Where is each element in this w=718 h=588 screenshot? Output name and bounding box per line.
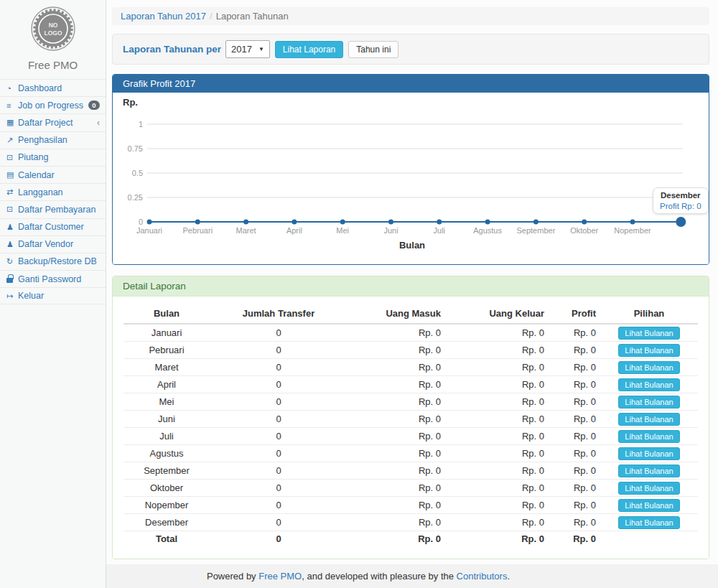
table-row: September0Rp. 0Rp. 0Rp. 0Lihat Bulanan: [123, 462, 698, 480]
lihat-bulanan-button[interactable]: Lihat Bulanan: [618, 430, 679, 443]
breadcrumb-link[interactable]: Laporan Tahun 2017: [121, 11, 206, 22]
year-select[interactable]: 2017 ▼: [225, 40, 270, 58]
column-header-pilihan: Pilihan: [600, 304, 698, 324]
footer-text: Powered by Free PMO, and developed with …: [106, 571, 610, 582]
sidebar-item-daftar-pembayaran[interactable]: ⊡Daftar Pembayaran: [0, 200, 106, 218]
sidebar-item-label: Daftar Customer: [18, 222, 84, 232]
cell-bulan: April: [123, 376, 210, 393]
sidebar-menu: ◔Dashboard≡Job on Progress0▦Daftar Proje…: [0, 79, 106, 304]
column-header-bulan: Bulan: [123, 304, 210, 324]
table-row: Mei0Rp. 0Rp. 0Rp. 0Lihat Bulanan: [123, 393, 698, 411]
lihat-laporan-button[interactable]: Lihat Laporan: [275, 41, 343, 58]
profit-chart-panel: Grafik Profit 2017 Rp.10.750.50.250Janua…: [112, 74, 709, 265]
table-row: Nopember0Rp. 0Rp. 0Rp. 0Lihat Bulanan: [123, 497, 698, 514]
main-area: Laporan Tahun 2017/Laporan Tahunan Lapor…: [106, 0, 718, 588]
cell-bulan: Januari: [123, 324, 210, 342]
sidebar-item-calendar[interactable]: ▤Calendar: [0, 166, 106, 183]
footer-link-contributors[interactable]: Contributors: [457, 571, 508, 582]
count-badge: 0: [88, 101, 100, 110]
lihat-bulanan-button[interactable]: Lihat Bulanan: [618, 465, 679, 477]
cell-pilihan: Lihat Bulanan: [600, 497, 698, 514]
sidebar-item-label: Piutang: [18, 152, 48, 162]
breadcrumb-current: Laporan Tahunan: [216, 11, 289, 22]
line-chart-icon: ↗: [6, 136, 18, 145]
cell-bulan: Desember: [123, 514, 210, 531]
lihat-bulanan-button[interactable]: Lihat Bulanan: [618, 482, 679, 495]
svg-text:Oktober: Oktober: [570, 226, 598, 235]
report-filter-bar: Laporan Tahunan per 2017 ▼ Lihat Laporan…: [112, 34, 709, 65]
footer-prefix: Powered by: [207, 571, 258, 582]
sidebar-item-penghasilan[interactable]: ↗Penghasilan: [0, 131, 106, 149]
cell-uang-keluar: Rp. 0: [445, 428, 549, 445]
cell-bulan: Agustus: [123, 445, 210, 462]
table-icon: ▦: [6, 118, 18, 127]
lihat-bulanan-button[interactable]: Lihat Bulanan: [618, 396, 679, 409]
refresh-icon: ↻: [6, 257, 18, 266]
cell-bulan: Pebruari: [123, 342, 210, 359]
lihat-bulanan-button[interactable]: Lihat Bulanan: [618, 327, 679, 340]
svg-text:0.25: 0.25: [128, 193, 143, 202]
cell-uang-masuk: Rp. 0: [348, 393, 445, 411]
tahun-ini-button[interactable]: Tahun ini: [348, 41, 398, 58]
cell-uang-masuk: Rp. 0: [348, 514, 445, 531]
sidebar-item-daftar-project[interactable]: ▦Daftar Project‹: [0, 113, 106, 131]
cell-bulan: September: [123, 462, 210, 480]
cell-uang-masuk: Rp. 0: [348, 445, 445, 462]
svg-text:Pebruari: Pebruari: [183, 226, 213, 235]
cell-uang-keluar: Rp. 0: [445, 497, 549, 514]
sidebar-item-keluar[interactable]: ↦Keluar: [0, 287, 106, 304]
sidebar-item-job-on-progress[interactable]: ≡Job on Progress0: [0, 96, 106, 113]
table-row: April0Rp. 0Rp. 0Rp. 0Lihat Bulanan: [123, 376, 698, 393]
cell-bulan: Mei: [123, 393, 210, 411]
cell-uang-masuk: Rp. 0: [348, 497, 445, 514]
sidebar-item-dashboard[interactable]: ◔Dashboard: [0, 79, 106, 96]
cell-bulan: Nopember: [123, 497, 210, 514]
table-row: Agustus0Rp. 0Rp. 0Rp. 0Lihat Bulanan: [123, 445, 698, 462]
sidebar-item-ganti-password[interactable]: Ganti Password: [0, 270, 106, 287]
sidebar-item-langganan[interactable]: ⇄Langganan: [0, 183, 106, 200]
sidebar-item-daftar-customer[interactable]: ♟Daftar Customer: [0, 218, 106, 235]
lihat-bulanan-button[interactable]: Lihat Bulanan: [618, 447, 679, 460]
cell-uang-masuk: Rp. 0: [348, 376, 445, 393]
sidebar-item-piutang[interactable]: ⊡Piutang: [0, 149, 106, 166]
cell-profit: Rp. 0: [549, 393, 600, 411]
sidebar-item-daftar-vendor[interactable]: ♟Daftar Vendor: [0, 235, 106, 253]
cell-jumlah-transfer: 0: [210, 411, 348, 428]
cell-uang-masuk: Rp. 0: [348, 359, 445, 376]
cell-uang-keluar: Rp. 0: [445, 359, 549, 376]
cell-bulan: Juni: [123, 411, 210, 428]
svg-text:0.75: 0.75: [128, 144, 143, 153]
lihat-bulanan-button[interactable]: Lihat Bulanan: [618, 413, 679, 426]
cell-pilihan: Lihat Bulanan: [600, 411, 698, 428]
cell-bulan: Oktober: [123, 480, 210, 497]
cell-profit: Rp. 0: [549, 411, 600, 428]
cell-jumlah-transfer: 0: [210, 359, 348, 376]
footer-middle: , and developed with pleasure by the: [302, 571, 456, 582]
lihat-bulanan-button[interactable]: Lihat Bulanan: [618, 499, 679, 512]
cell-jumlah-transfer: 0: [210, 376, 348, 393]
cell-pilihan: Lihat Bulanan: [600, 480, 698, 497]
cell-profit: Rp. 0: [549, 324, 600, 342]
cell-uang-keluar: Rp. 0: [445, 376, 549, 393]
svg-text:NO: NO: [48, 22, 57, 29]
cell-uang-masuk: Rp. 0: [348, 428, 445, 445]
sidebar-item-label: Ganti Password: [18, 274, 81, 284]
cell-pilihan: Lihat Bulanan: [600, 445, 698, 462]
cell-profit: Rp. 0: [549, 531, 600, 546]
lihat-bulanan-button[interactable]: Lihat Bulanan: [618, 378, 679, 391]
logo-area: NO LOGO Free PMO: [0, 0, 106, 79]
cell-jumlah-transfer: 0: [210, 324, 348, 342]
lihat-bulanan-button[interactable]: Lihat Bulanan: [618, 344, 679, 357]
money-icon: ⊡: [6, 153, 18, 162]
cell-uang-keluar: Rp. 0: [445, 514, 549, 531]
lihat-bulanan-button[interactable]: Lihat Bulanan: [618, 361, 679, 374]
sidebar-item-label: Daftar Project: [18, 118, 73, 128]
cell-pilihan: Lihat Bulanan: [600, 462, 698, 480]
cell-jumlah-transfer: 0: [210, 462, 348, 480]
sidebar-item-backup-restore-db[interactable]: ↻Backup/Restore DB: [0, 253, 106, 270]
detail-table-wrapper: BulanJumlah TransferUang MasukUang Kelua…: [113, 297, 709, 559]
svg-text:Nopember: Nopember: [614, 226, 651, 235]
footer-link-freepmo[interactable]: Free PMO: [258, 571, 302, 582]
lihat-bulanan-button[interactable]: Lihat Bulanan: [618, 516, 679, 529]
cell-uang-keluar: Rp. 0: [445, 393, 549, 411]
